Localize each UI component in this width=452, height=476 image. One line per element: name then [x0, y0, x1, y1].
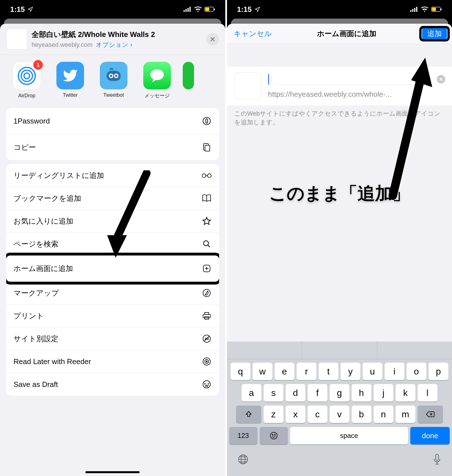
svg-point-14 — [115, 75, 117, 77]
action-site-settings[interactable]: サイト別設定 Ad — [6, 327, 219, 350]
app-tweetbot[interactable]: Tweetbot — [96, 62, 131, 98]
key-b[interactable]: b — [352, 406, 371, 423]
action-print[interactable]: プリント — [6, 305, 219, 327]
key-z[interactable]: z — [264, 406, 283, 423]
share-sheet: 全部白い壁紙 2/Whole White Walls 2 heyeased.we… — [0, 24, 225, 476]
close-button[interactable] — [206, 33, 219, 46]
messages-icon — [143, 62, 171, 89]
svg-rect-2 — [188, 8, 189, 12]
action-add-to-home[interactable]: ホーム画面に追加 — [6, 255, 219, 282]
key-f[interactable]: f — [308, 384, 327, 402]
clear-input-button[interactable] — [437, 75, 445, 83]
key-q[interactable]: q — [231, 363, 250, 380]
reeder-icon — [202, 356, 212, 367]
key-j[interactable]: j — [374, 384, 393, 402]
key-t[interactable]: t — [319, 363, 338, 380]
home-indicator[interactable] — [85, 471, 140, 473]
key-k[interactable]: k — [396, 384, 415, 402]
prediction-slot[interactable] — [227, 341, 302, 359]
svg-point-43 — [270, 432, 277, 439]
modal-navbar: キャンセル ホーム画面に追加 追加 — [227, 24, 452, 44]
twitter-icon — [56, 62, 84, 89]
prediction-slot[interactable] — [377, 341, 452, 359]
action-bookmark[interactable]: ブックマークを追加 — [6, 187, 219, 210]
key-s[interactable]: s — [264, 384, 283, 402]
onepassword-icon — [202, 116, 212, 126]
wifi-icon — [194, 6, 202, 12]
mic-icon[interactable] — [433, 453, 441, 465]
action-read-later[interactable]: Read Later with Reeder — [6, 350, 219, 373]
svg-point-7 — [24, 73, 30, 79]
app-airdrop[interactable]: 1 AirDrop — [9, 62, 45, 99]
share-apps-row: 1 AirDrop Twitter Tweetbot — [0, 55, 225, 102]
key-w[interactable]: w — [253, 363, 272, 380]
key-c[interactable]: c — [308, 406, 327, 423]
location-icon — [255, 6, 260, 12]
globe-icon[interactable] — [238, 454, 248, 465]
key-emoji[interactable] — [260, 427, 288, 444]
svg-rect-35 — [410, 10, 411, 12]
svg-point-20 — [207, 174, 211, 177]
action-save-draft[interactable]: Save as Draft — [6, 373, 219, 396]
key-m[interactable]: m — [396, 406, 415, 423]
key-l[interactable]: l — [418, 384, 437, 402]
no-ads-icon: Ad — [202, 334, 212, 344]
action-reading-list[interactable]: リーディングリストに追加 — [6, 164, 219, 187]
action-favorite[interactable]: お気に入りに追加 — [6, 210, 219, 233]
key-y[interactable]: y — [341, 363, 360, 380]
printer-icon — [202, 311, 212, 321]
svg-rect-0 — [184, 10, 185, 12]
cancel-button[interactable]: キャンセル — [234, 29, 272, 39]
key-backspace[interactable] — [418, 406, 443, 423]
key-h[interactable]: h — [352, 384, 371, 402]
search-icon — [202, 239, 212, 249]
key-a[interactable]: a — [242, 384, 261, 402]
svg-point-44 — [272, 435, 273, 435]
page-thumbnail — [6, 29, 27, 50]
key-numbers[interactable]: 123 — [229, 427, 257, 444]
text-cursor — [268, 74, 269, 85]
close-icon — [439, 78, 443, 81]
modal-title: ホーム画面に追加 — [317, 29, 376, 39]
key-n[interactable]: n — [374, 406, 393, 423]
key-i[interactable]: i — [385, 363, 404, 380]
action-markup[interactable]: マークアップ — [6, 282, 219, 305]
key-r[interactable]: r — [297, 363, 316, 380]
svg-point-16 — [203, 117, 210, 125]
action-group-1: 1Password コピー — [6, 108, 219, 160]
app-twitter[interactable]: Twitter — [52, 62, 88, 98]
right-phone: 1:15 キャンセル ホーム画面に追加 追加 — [227, 0, 452, 476]
svg-rect-40 — [432, 8, 436, 11]
key-p[interactable]: p — [429, 363, 448, 380]
key-space[interactable]: space — [290, 427, 408, 444]
share-title: 全部白い壁紙 2/Whole White Walls 2 — [32, 30, 202, 39]
bookmark-name-input[interactable] — [273, 73, 433, 85]
key-v[interactable]: v — [330, 406, 349, 423]
wordpress-icon — [202, 379, 212, 389]
add-button[interactable]: 追加 — [422, 27, 447, 40]
svg-rect-41 — [441, 8, 442, 10]
key-x[interactable]: x — [286, 406, 305, 423]
prediction-slot[interactable] — [302, 341, 377, 359]
action-1password[interactable]: 1Password — [6, 108, 219, 134]
key-o[interactable]: o — [407, 363, 426, 380]
close-icon — [210, 37, 215, 42]
action-find-on-page[interactable]: ページを検索 — [6, 233, 219, 255]
backspace-icon — [426, 411, 435, 418]
app-messages[interactable]: メッセージ — [139, 62, 175, 99]
app-partial[interactable] — [183, 62, 194, 89]
key-done[interactable]: done — [410, 427, 450, 444]
key-g[interactable]: g — [330, 384, 349, 402]
keyboard-row-1: q w e r t y u i o p — [229, 363, 450, 380]
star-icon — [202, 216, 212, 226]
action-copy[interactable]: コピー — [6, 134, 219, 160]
svg-rect-10 — [107, 71, 121, 81]
share-options-link[interactable]: オプション › — [96, 41, 132, 48]
bookmark-url: https://heyeased.weebly.com/whole-... — [268, 90, 446, 99]
key-d[interactable]: d — [286, 384, 305, 402]
key-e[interactable]: e — [275, 363, 294, 380]
status-bar-left: 1:15 — [0, 0, 225, 19]
key-u[interactable]: u — [363, 363, 382, 380]
key-shift[interactable] — [236, 406, 261, 423]
share-subtitle: heyeased.weebly.com オプション › — [32, 41, 202, 49]
